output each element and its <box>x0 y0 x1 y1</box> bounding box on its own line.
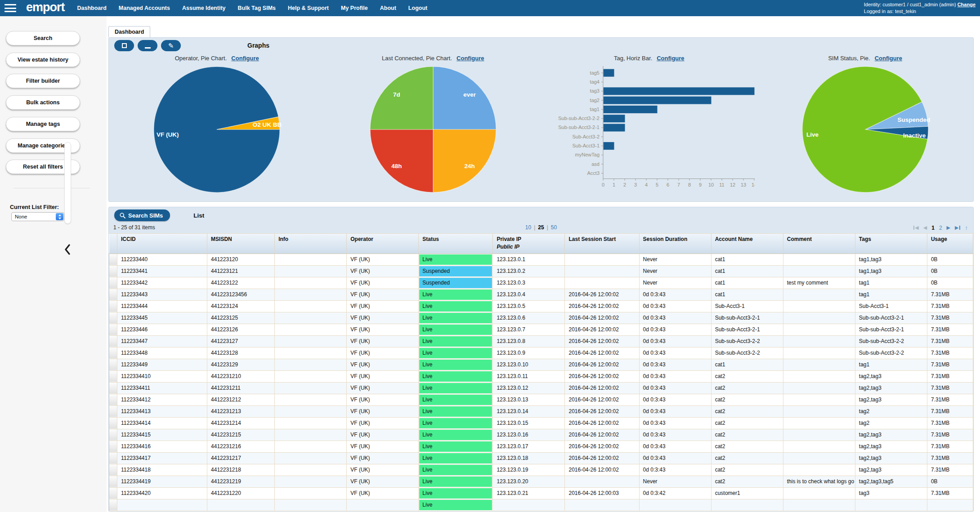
column-header-private-ip[interactable]: Private IPPublic IP <box>493 234 565 254</box>
nav-item-about[interactable]: About <box>380 5 396 11</box>
column-header-session-duration[interactable]: Session Duration <box>639 234 711 254</box>
column-header-tags[interactable]: Tags <box>855 234 927 254</box>
row-handle[interactable] <box>109 382 117 394</box>
table-row[interactable]: 11223344134412231213VF (UK)Live123.123.0… <box>109 405 973 417</box>
column-header-iccid[interactable]: ICCID <box>117 234 207 254</box>
sidebar-button-search[interactable]: Search <box>6 31 80 45</box>
row-handle[interactable] <box>109 359 117 370</box>
pager-page-1[interactable]: 1 <box>931 225 935 231</box>
row-handle[interactable] <box>109 289 117 300</box>
row-handle[interactable] <box>109 487 117 499</box>
row-handle[interactable] <box>109 370 117 382</box>
row-handle[interactable] <box>109 335 117 347</box>
row-handle[interactable] <box>109 300 117 312</box>
row-handle[interactable] <box>109 312 117 324</box>
column-header-usage[interactable]: Usage <box>927 234 973 254</box>
column-header-last-session-start[interactable]: Last Session Start <box>565 234 639 254</box>
table-row[interactable]: 11223344124412231212VF (UK)Live123.123.0… <box>109 394 973 405</box>
row-handle[interactable] <box>109 324 117 335</box>
nav-item-help-support[interactable]: Help & Support <box>288 5 329 11</box>
row-handle[interactable] <box>109 452 117 464</box>
table-row[interactable]: 112233444441223124VF (UK)Live123.123.0.5… <box>109 300 973 312</box>
search-sims-button[interactable]: Search SIMs <box>114 209 170 221</box>
table-row[interactable]: 11223344144412231214VF (UK)Live123.123.0… <box>109 417 973 429</box>
page-size-10[interactable]: 10 <box>525 224 531 231</box>
sidebar-button-manage-tags[interactable]: Manage tags <box>6 117 80 131</box>
page-size-25[interactable]: 25 <box>538 224 544 231</box>
column-header-msisdn[interactable]: MSISDN <box>207 234 275 254</box>
table-row[interactable]: 112233442441223122VF (UK)Suspended123.12… <box>109 277 973 289</box>
sidebar-scroll-handle[interactable] <box>64 142 71 224</box>
configure-link[interactable]: Configure <box>875 55 902 62</box>
table-row[interactable]: 11223344154412231215VF (UK)Live123.123.0… <box>109 429 973 441</box>
table-row[interactable]: 112233447441223127VF (UK)Live123.123.0.8… <box>109 335 973 347</box>
sidebar-button-view-estate-history[interactable]: View estate history <box>6 53 80 67</box>
pager-page-2[interactable]: 2 <box>939 225 942 231</box>
nav-item-bulk-tag-sims[interactable]: Bulk Tag SIMs <box>238 5 276 11</box>
row-handle[interactable] <box>109 394 117 405</box>
nav-item-assume-identity[interactable]: Assume Identity <box>182 5 226 11</box>
scroll-top-arrow-icon[interactable]: ↑ <box>965 224 968 231</box>
row-handle[interactable] <box>109 476 117 487</box>
maximize-button[interactable] <box>114 40 134 51</box>
row-handle[interactable] <box>109 254 117 265</box>
row-handle[interactable] <box>109 405 117 417</box>
column-header-status[interactable]: Status <box>419 234 493 254</box>
row-handle[interactable] <box>109 347 117 359</box>
sim-list-panel: Search SIMs List 1 - 25 of 31 items 10|2… <box>108 207 974 512</box>
table-row[interactable]: 11223344164412231216VF (UK)Live123.123.0… <box>109 441 973 452</box>
cell-iccid: 112233442 <box>117 277 207 289</box>
column-header-info[interactable]: Info <box>275 234 347 254</box>
cell-tags: tag2,tag3,tag5 <box>855 476 927 487</box>
row-handle[interactable] <box>109 277 117 289</box>
hamburger-menu-icon[interactable] <box>4 4 16 12</box>
row-handle[interactable] <box>109 265 117 277</box>
pager-prev-button[interactable]: ◀ <box>923 225 927 231</box>
pager-first-button[interactable]: ◀ <box>913 225 918 231</box>
table-row[interactable]: 112233449441223129VF (UK)Live123.123.0.1… <box>109 359 973 370</box>
column-header-operator[interactable]: Operator <box>347 234 419 254</box>
row-handle[interactable] <box>109 441 117 452</box>
row-handle[interactable] <box>109 464 117 476</box>
table-row[interactable]: 11223344104412231210VF (UK)Live123.123.0… <box>109 370 973 382</box>
table-row[interactable]: 112233446441223126VF (UK)Live123.123.0.7… <box>109 324 973 335</box>
table-row[interactable]: 11223344184412231218VF (UK)Live123.123.0… <box>109 464 973 476</box>
cell-private-ip: 123.123.0.9 <box>493 347 565 359</box>
row-handle[interactable] <box>109 499 117 511</box>
row-handle[interactable] <box>109 417 117 429</box>
table-row[interactable]: 11223344114412231211VF (UK)Live123.123.0… <box>109 382 973 394</box>
pager-last-button[interactable]: ▶ <box>955 225 960 231</box>
configure-link[interactable]: Configure <box>231 55 259 62</box>
nav-item-logout[interactable]: Logout <box>408 5 427 11</box>
table-row[interactable]: 112233445441223125VF (UK)Live123.123.0.6… <box>109 312 973 324</box>
table-row[interactable]: 112233448441223128VF (UK)Live123.123.0.9… <box>109 347 973 359</box>
sidebar-button-bulk-actions[interactable]: Bulk actions <box>6 95 80 110</box>
nav-item-managed-accounts[interactable]: Managed Accounts <box>119 5 170 11</box>
configure-link[interactable]: Configure <box>456 55 484 62</box>
edit-button[interactable]: ✎ <box>161 40 181 51</box>
table-row[interactable]: 11223344204412231220VF (UK)Live123.123.0… <box>109 487 973 499</box>
nav-item-my-profile[interactable]: My Profile <box>341 5 368 11</box>
change-identity-link[interactable]: Change <box>958 2 976 7</box>
table-row[interactable]: 112233441441223121VF (UK)Suspended123.12… <box>109 265 973 277</box>
column-header-comment[interactable]: Comment <box>783 234 855 254</box>
table-row[interactable]: Live <box>109 499 973 511</box>
table-row[interactable]: 11223344194412231219VF (UK)Live123.123.0… <box>109 476 973 487</box>
pager-next-button[interactable]: ▶ <box>947 225 950 231</box>
cell-session-duration: 0d 0:3:43 <box>639 359 711 370</box>
sidebar-button-filter-builder[interactable]: Filter builder <box>6 74 80 88</box>
row-handle[interactable] <box>109 429 117 441</box>
tab-dashboard[interactable]: Dashboard <box>108 26 150 37</box>
page-size-50[interactable]: 50 <box>551 224 557 231</box>
app-logo[interactable]: emport <box>26 0 65 14</box>
table-row[interactable]: 112233440441223120VF (UK)Live123.123.0.1… <box>109 254 973 265</box>
minimize-button[interactable] <box>138 40 157 51</box>
cell-private-ip: 123.123.0.12 <box>493 382 565 394</box>
nav-item-dashboard[interactable]: Dashboard <box>77 5 107 11</box>
table-row[interactable]: 11223344174412231217VF (UK)Live123.123.0… <box>109 452 973 464</box>
sidebar-collapse-chevron-icon[interactable] <box>63 244 72 255</box>
table-row[interactable]: 112233443441223123456VF (UK)Live123.123.… <box>109 289 973 300</box>
column-header-account-name[interactable]: Account Name <box>711 234 783 254</box>
configure-link[interactable]: Configure <box>657 55 684 62</box>
list-filter-select[interactable]: None <box>11 212 64 221</box>
